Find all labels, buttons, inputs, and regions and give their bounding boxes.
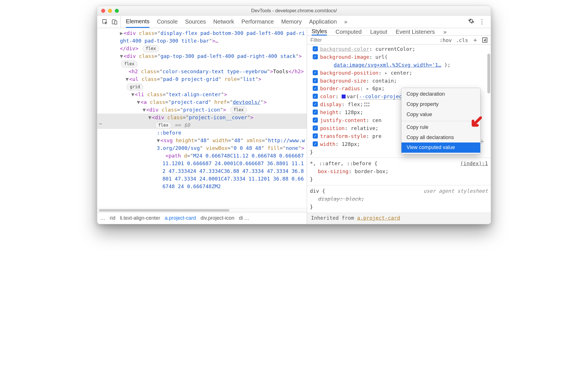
style-declaration-continuation[interactable]: data:image/svg+xml,%3Csvg width='1… ); [310, 61, 488, 69]
menu-item-copy-value[interactable]: Copy value [401, 110, 480, 120]
close-window-button[interactable] [101, 9, 105, 13]
checkbox-icon[interactable]: ✓ [313, 54, 318, 59]
dom-line[interactable]: ▼<div class="gap-top-300 pad-left-400 pa… [97, 52, 307, 68]
menu-item-copy-declaration[interactable]: Copy declaration [401, 89, 480, 99]
flex-editor-icon[interactable] [364, 102, 369, 106]
filter-tools: :hov .cls ＋ [436, 36, 491, 44]
maximize-window-button[interactable] [115, 9, 119, 13]
menu-item-view-computed-value[interactable]: View computed value [401, 142, 480, 153]
main-split: ⋯ ▶<div class="display-flex pad-bottom-3… [97, 28, 491, 224]
side-tab-layout[interactable]: Layout [370, 28, 387, 35]
side-tab-computed[interactable]: Computed [335, 28, 361, 35]
crumb-item[interactable]: di … [239, 215, 249, 221]
checkbox-icon[interactable]: ✓ [313, 141, 318, 146]
checkbox-icon[interactable]: ✓ [313, 102, 318, 107]
elements-panel: ⋯ ▶<div class="display-flex pad-bottom-3… [97, 28, 307, 224]
crumb-item[interactable]: div.project-icon [200, 215, 234, 221]
layout-chip-flex[interactable]: flex [121, 60, 138, 68]
tab-application[interactable]: Application [309, 16, 337, 28]
source-link[interactable]: (index):1 [460, 160, 488, 167]
side-tabs: Styles Computed Layout Event Listeners » [307, 28, 491, 36]
gutter-ellipsis-icon: ⋯ [97, 120, 103, 127]
tab-memory[interactable]: Memory [281, 16, 302, 28]
dom-line[interactable]: ▼<ul class="pad-0 project-grid" role="li… [97, 75, 307, 83]
dom-line-selected[interactable]: ▼<div class="project-icon__cover"> [97, 114, 307, 121]
checkbox-icon[interactable]: ✓ [313, 86, 318, 91]
side-tab-event-listeners[interactable]: Event Listeners [396, 28, 435, 35]
tab-elements[interactable]: Elements [126, 16, 149, 28]
checkbox-icon[interactable]: ✓ [313, 78, 318, 83]
checkbox-icon[interactable]: ✓ [313, 133, 318, 139]
dom-line[interactable]: <path d="M24 0.666748C11.12 0.666748 0.6… [97, 152, 307, 190]
layout-chip-flex[interactable]: flex [155, 122, 172, 129]
toolbar-right: ⋮ [466, 18, 489, 26]
titlebar: DevTools - developer.chrome.com/docs/ [97, 6, 491, 16]
tab-network[interactable]: Network [213, 16, 234, 28]
checkbox-icon[interactable]: ✓ [313, 118, 318, 123]
inherited-from-link[interactable]: a.project-card [357, 215, 400, 221]
horizontal-scrollbar[interactable] [97, 208, 307, 212]
dom-line-selected[interactable]: flex == $0 [97, 121, 307, 129]
devtools-window: DevTools - developer.chrome.com/docs/ El… [97, 6, 491, 224]
rule-close-brace: } [310, 203, 488, 211]
cls-toggle[interactable]: .cls [456, 37, 468, 43]
side-tab-more[interactable]: » [443, 28, 447, 35]
crumb-item[interactable]: li.text-align-center [120, 215, 160, 221]
dom-line[interactable]: ▼<div class="project-icon"> flex [97, 106, 307, 114]
filter-input[interactable] [307, 37, 436, 43]
toggle-sidebar-icon[interactable] [482, 37, 487, 43]
tab-console[interactable]: Console [157, 16, 177, 28]
settings-gear-icon[interactable] [468, 18, 474, 26]
styles-panel: Styles Computed Layout Event Listeners »… [307, 28, 491, 224]
dom-line[interactable]: ▶<div class="display-flex pad-bottom-300… [97, 29, 307, 45]
checkbox-icon[interactable]: ✓ [313, 125, 318, 131]
checkbox-icon[interactable]: ✓ [313, 110, 318, 115]
rule-close-brace: } [310, 175, 488, 183]
menu-item-copy-property[interactable]: Copy property [401, 99, 480, 110]
dom-line[interactable]: ▼<svg height="48" width="48" xmlns="http… [97, 137, 307, 152]
style-declaration[interactable]: ✓background-size: contain; [310, 77, 488, 85]
layout-chip-flex[interactable]: flex [230, 106, 247, 114]
tab-more[interactable]: » [344, 16, 347, 28]
checkbox-icon[interactable]: ✓ [313, 94, 318, 99]
inspect-element-icon[interactable] [102, 19, 108, 25]
checkbox-icon[interactable]: ✓ [313, 70, 318, 75]
tab-sources[interactable]: Sources [185, 16, 206, 28]
menu-item-copy-rule[interactable]: Copy rule [401, 122, 480, 133]
dom-line[interactable]: <h2 class="color-secondary-text type--ey… [97, 68, 307, 75]
rule-header[interactable]: *, ::after, ::before { (index):1 [310, 160, 488, 167]
minimize-window-button[interactable] [108, 9, 112, 13]
hov-toggle[interactable]: :hov [439, 37, 452, 43]
layout-chip-grid[interactable]: grid [127, 83, 143, 91]
checkbox-icon[interactable]: ✓ [313, 46, 318, 51]
style-declaration[interactable]: ✓background-color: currentColor; [310, 45, 488, 53]
style-declaration[interactable]: ✓background-image: url( [310, 53, 488, 61]
rule-header[interactable]: div { user agent stylesheet [310, 187, 488, 195]
svg-rect-2 [115, 21, 117, 24]
crumb-item[interactable]: rid [110, 215, 115, 221]
style-declaration-overridden[interactable]: display: block; [310, 195, 488, 203]
crumb-more[interactable]: … [100, 215, 105, 221]
traffic-lights [97, 9, 119, 13]
layout-chip-flex[interactable]: flex [143, 45, 159, 52]
breadcrumb: … rid li.text-align-center a.project-car… [97, 212, 307, 224]
toolbar-left-icons [99, 16, 121, 28]
style-declaration[interactable]: ✓background-position: ▸ center; [310, 69, 488, 77]
inherited-from-row: Inherited from a.project-card [307, 213, 491, 223]
device-toolbar-icon[interactable] [111, 19, 118, 25]
dom-line[interactable]: ▼<li class="text-align-center"> [97, 91, 307, 98]
styles-rules: ✓background-color: currentColor; ✓backgr… [307, 45, 491, 224]
color-swatch-icon[interactable] [342, 95, 346, 98]
kebab-menu-icon[interactable]: ⋮ [479, 18, 485, 26]
side-tab-styles[interactable]: Styles [312, 28, 327, 35]
tab-performance[interactable]: Performance [242, 16, 274, 28]
style-declaration[interactable]: box-sizing: border-box; [310, 167, 488, 175]
dom-tree[interactable]: ⋯ ▶<div class="display-flex pad-bottom-3… [97, 28, 307, 208]
dom-line[interactable]: ::before [97, 129, 307, 137]
new-style-rule-icon[interactable]: ＋ [472, 36, 478, 44]
dom-line[interactable]: ▼<a class="project-card" href="devtools/… [97, 98, 307, 106]
crumb-item[interactable]: a.project-card [165, 215, 196, 221]
menu-item-copy-all-declarations[interactable]: Copy all declarations [401, 133, 480, 143]
dom-line[interactable]: </div> flex [97, 45, 307, 52]
window-title: DevTools - developer.chrome.com/docs/ [97, 8, 491, 14]
